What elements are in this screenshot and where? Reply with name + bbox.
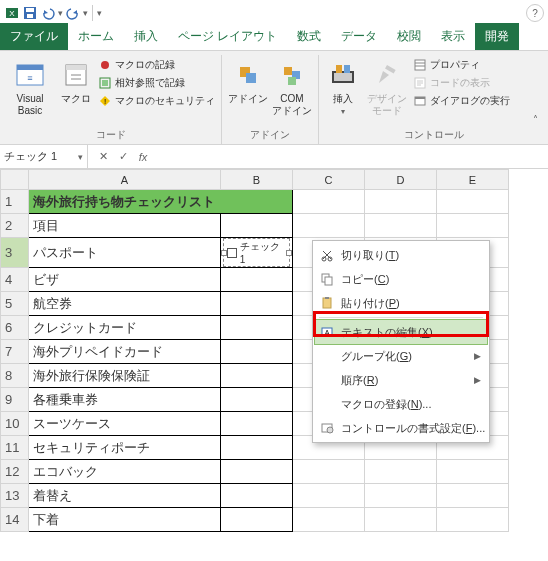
cell[interactable]: チェック 1 xyxy=(221,238,293,268)
cell[interactable] xyxy=(437,190,509,214)
visual-basic-button[interactable]: ≡ Visual Basic xyxy=(6,57,54,117)
row-header[interactable]: 10 xyxy=(1,412,29,436)
collapse-ribbon-icon[interactable]: ˄ xyxy=(528,112,542,126)
cell[interactable] xyxy=(437,508,509,532)
cell[interactable]: パスポート xyxy=(29,238,221,268)
row-header[interactable]: 4 xyxy=(1,268,29,292)
cell[interactable]: ビザ xyxy=(29,268,221,292)
qat-customize-icon[interactable]: ▾ xyxy=(97,8,102,18)
col-header-a[interactable]: A xyxy=(29,170,221,190)
com-addins-button[interactable]: COM アドイン xyxy=(272,57,312,117)
cell[interactable] xyxy=(221,508,293,532)
macros-button[interactable]: マクロ xyxy=(58,57,94,105)
tab-data[interactable]: データ xyxy=(331,23,387,50)
col-header-e[interactable]: E xyxy=(437,170,509,190)
cell[interactable]: エコバック xyxy=(29,460,221,484)
row-header[interactable]: 3 xyxy=(1,238,29,268)
chevron-down-icon[interactable]: ▾ xyxy=(78,152,83,162)
tab-home[interactable]: ホーム xyxy=(68,23,124,50)
fx-icon[interactable]: fx xyxy=(134,151,152,163)
cell[interactable] xyxy=(221,388,293,412)
col-header-d[interactable]: D xyxy=(365,170,437,190)
ctx-group[interactable]: グループ化(G) ▶ xyxy=(315,344,487,368)
cell[interactable] xyxy=(221,460,293,484)
cell[interactable] xyxy=(437,484,509,508)
row-header[interactable]: 14 xyxy=(1,508,29,532)
ctx-cut[interactable]: 切り取り(T) xyxy=(315,243,487,267)
col-header-b[interactable]: B xyxy=(221,170,293,190)
redo-dropdown-icon[interactable]: ▾ xyxy=(83,8,88,18)
design-mode-button[interactable]: デザイン モード xyxy=(365,57,409,117)
undo-icon[interactable] xyxy=(40,5,56,21)
cell[interactable]: 各種乗車券 xyxy=(29,388,221,412)
ctx-assign-macro[interactable]: マクロの登録(N)... xyxy=(315,392,487,416)
row-header[interactable]: 6 xyxy=(1,316,29,340)
cell[interactable]: スーツケース xyxy=(29,412,221,436)
cell[interactable] xyxy=(221,484,293,508)
enter-formula-icon[interactable]: ✓ xyxy=(114,150,132,163)
row-header[interactable]: 1 xyxy=(1,190,29,214)
select-all-corner[interactable] xyxy=(1,170,29,190)
cell[interactable]: 着替え xyxy=(29,484,221,508)
cell[interactable]: クレジットカード xyxy=(29,316,221,340)
tab-formulas[interactable]: 数式 xyxy=(287,23,331,50)
cell[interactable] xyxy=(221,364,293,388)
cell[interactable] xyxy=(221,412,293,436)
cell[interactable]: 項目 xyxy=(29,214,221,238)
properties-button[interactable]: プロパティ xyxy=(413,57,510,73)
cell[interactable]: 下着 xyxy=(29,508,221,532)
cell[interactable] xyxy=(221,436,293,460)
cancel-formula-icon[interactable]: ✕ xyxy=(94,150,112,163)
row-header[interactable]: 2 xyxy=(1,214,29,238)
cell[interactable] xyxy=(293,214,365,238)
row-header[interactable]: 11 xyxy=(1,436,29,460)
help-icon[interactable]: ? xyxy=(526,4,544,22)
row-header[interactable]: 13 xyxy=(1,484,29,508)
tab-page-layout[interactable]: ページ レイアウト xyxy=(168,23,287,50)
tab-review[interactable]: 校閲 xyxy=(387,23,431,50)
cell[interactable] xyxy=(221,340,293,364)
redo-icon[interactable] xyxy=(65,5,81,21)
view-code-button[interactable]: コードの表示 xyxy=(413,75,510,91)
cell[interactable] xyxy=(437,214,509,238)
ctx-edit-text[interactable]: A テキストの編集(X) xyxy=(315,320,487,344)
cell[interactable] xyxy=(437,460,509,484)
cell[interactable]: セキュリティポーチ xyxy=(29,436,221,460)
worksheet-grid[interactable]: A B C D E 1海外旅行持ち物チェックリスト2項目3パスポートチェック 1… xyxy=(0,169,548,561)
cell[interactable] xyxy=(293,190,365,214)
checkbox-control[interactable]: チェック 1 xyxy=(223,238,290,267)
cell[interactable] xyxy=(365,508,437,532)
name-box[interactable]: チェック 1 ▾ xyxy=(0,145,88,168)
tab-view[interactable]: 表示 xyxy=(431,23,475,50)
ctx-format-control[interactable]: コントロールの書式設定(F)... xyxy=(315,416,487,440)
macro-security-button[interactable]: ! マクロのセキュリティ xyxy=(98,93,215,109)
cell[interactable] xyxy=(293,460,365,484)
cell[interactable]: 海外旅行保険保険証 xyxy=(29,364,221,388)
ctx-paste[interactable]: 貼り付け(P) xyxy=(315,291,487,315)
cell[interactable] xyxy=(221,268,293,292)
cell[interactable] xyxy=(293,484,365,508)
undo-dropdown-icon[interactable]: ▾ xyxy=(58,8,63,18)
cell[interactable] xyxy=(221,316,293,340)
row-header[interactable]: 12 xyxy=(1,460,29,484)
row-header[interactable]: 9 xyxy=(1,388,29,412)
cell[interactable]: 海外旅行持ち物チェックリスト xyxy=(29,190,293,214)
row-header[interactable]: 7 xyxy=(1,340,29,364)
record-macro-button[interactable]: マクロの記録 xyxy=(98,57,215,73)
run-dialog-button[interactable]: ダイアログの実行 xyxy=(413,93,510,109)
cell[interactable]: 航空券 xyxy=(29,292,221,316)
cell[interactable] xyxy=(365,484,437,508)
row-header[interactable]: 8 xyxy=(1,364,29,388)
ctx-copy[interactable]: コピー(C) xyxy=(315,267,487,291)
save-icon[interactable] xyxy=(22,5,38,21)
ctx-order[interactable]: 順序(R) ▶ xyxy=(315,368,487,392)
insert-control-button[interactable]: 挿入 ▾ xyxy=(325,57,361,117)
cell[interactable] xyxy=(365,214,437,238)
cell[interactable] xyxy=(365,460,437,484)
relative-ref-button[interactable]: 相対参照で記録 xyxy=(98,75,215,91)
cell[interactable] xyxy=(221,292,293,316)
cell[interactable]: 海外プリペイドカード xyxy=(29,340,221,364)
row-header[interactable]: 5 xyxy=(1,292,29,316)
tab-developer[interactable]: 開発 xyxy=(475,23,519,50)
cell[interactable] xyxy=(221,214,293,238)
